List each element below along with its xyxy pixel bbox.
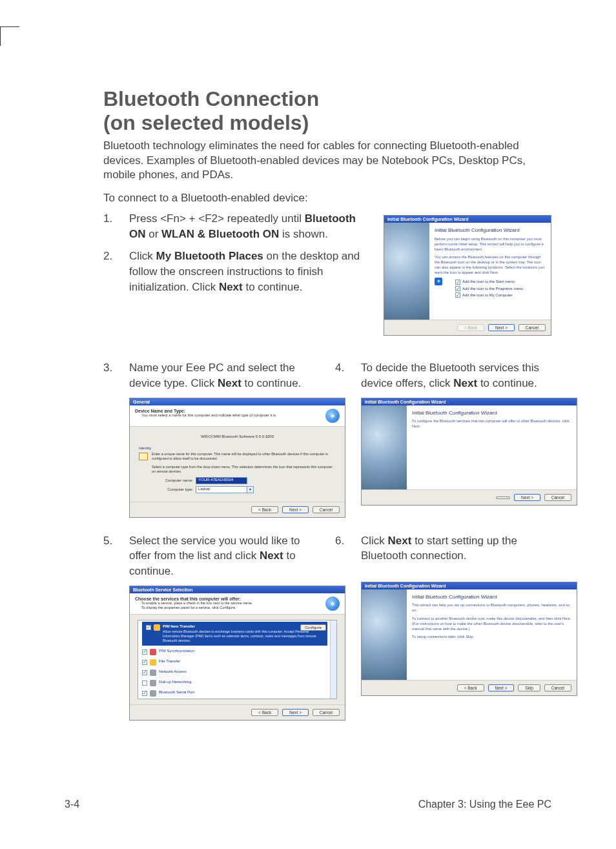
- step-5: 5. Select the service you would like to …: [103, 533, 320, 579]
- lead-text: To connect to a Bluetooth-enabled device…: [103, 192, 551, 205]
- dlg1-p1: Before you can begin using Bluetooth on …: [435, 236, 546, 252]
- service-pim-sync[interactable]: PIM Synchronization: [138, 647, 336, 657]
- dlg3-idtext1: Enter a unique name for this computer. T…: [152, 452, 336, 461]
- checkbox-icon[interactable]: [142, 691, 147, 696]
- dlg6-back-button[interactable]: < Back: [457, 684, 484, 691]
- dlg3-name-input[interactable]: YOUR-47E41N5504: [196, 477, 247, 484]
- step-3-text: Name your Eee PC and select the device t…: [129, 360, 320, 391]
- screenshot-wizard-4: Initial Bluetooth Configuration Wizard I…: [361, 398, 577, 506]
- dlg3-header: Device Name and Type:: [135, 409, 277, 413]
- service-icon: [150, 659, 156, 666]
- dlg4-buttons: Next > Cancel: [362, 489, 577, 505]
- chevron-down-icon[interactable]: ▾: [247, 486, 254, 493]
- step-1-num: 1.: [103, 211, 129, 242]
- page-number: 3-4: [65, 799, 79, 810]
- step-2-text: Click My Bluetooth Places on the desktop…: [129, 249, 368, 294]
- scrollbar[interactable]: [330, 620, 336, 699]
- dlg3-type-select[interactable]: Laptop: [196, 486, 247, 493]
- step-6-num: 6.: [335, 533, 361, 564]
- dlg3-next-button[interactable]: Next >: [282, 506, 309, 513]
- dlg5-back-button[interactable]: < Back: [251, 709, 278, 716]
- dlg6-p3: To setup connections later, click Skip.: [412, 634, 571, 639]
- dlg3-identity-label: Identity: [139, 446, 336, 450]
- dlg5-cancel-button[interactable]: Cancel: [313, 709, 340, 716]
- dlg1-titlebar: Initial Bluetooth Configuration Wizard: [384, 216, 551, 223]
- service-icon: [150, 680, 156, 686]
- service-serial-port[interactable]: Bluetooth Serial Port: [138, 688, 336, 699]
- dlg6-p2: To connect to another Bluetooth device n…: [412, 616, 571, 631]
- checkbox-icon[interactable]: [142, 680, 147, 686]
- screenshot-general: General Device Name and Type: You must s…: [129, 398, 345, 518]
- page-title: Bluetooth Connection (on selected models…: [103, 87, 551, 135]
- checkbox-icon[interactable]: [142, 670, 147, 675]
- dlg4-cancel-button[interactable]: Cancel: [544, 494, 571, 501]
- checkbox-icon[interactable]: [142, 650, 147, 655]
- service-icon: [150, 690, 156, 697]
- dlg1-check-mycomputer[interactable]: Add the icon to My Computer: [455, 292, 546, 298]
- dlg3-subheader: You must select a name for this computer…: [141, 413, 277, 417]
- service-icon: [150, 649, 156, 655]
- dlg1-check-programs[interactable]: Add the icon to the Programs menu: [455, 286, 546, 291]
- dlg6-buttons: < Back Next > Skip Cancel: [362, 680, 577, 695]
- dlg1-heading: Initial Bluetooth Configuration Wizard: [435, 227, 546, 234]
- dlg3-titlebar: General: [130, 398, 345, 405]
- service-file-transfer[interactable]: File Transfer: [138, 657, 336, 668]
- dlg6-cancel-button[interactable]: Cancel: [544, 684, 571, 691]
- step-3-num: 3.: [103, 360, 129, 391]
- dlg1-check-start[interactable]: Add the icon to the Start menu: [455, 279, 546, 284]
- chapter-label: Chapter 3: Using the Eee PC: [418, 799, 551, 810]
- dlg1-buttons: < Back Next > Cancel: [384, 320, 551, 335]
- dlg4-titlebar: Initial Bluetooth Configuration Wizard: [362, 398, 577, 405]
- service-network-access[interactable]: Network Access: [138, 668, 336, 678]
- dlg5-buttons: < Back Next > Cancel: [130, 704, 345, 720]
- checkbox-icon[interactable]: [146, 625, 151, 630]
- dlg5-header: Choose the services that this computer w…: [135, 597, 252, 601]
- page-footer: 3-4 Chapter 3: Using the Eee PC: [65, 799, 551, 810]
- dlg3-idtext2: Select a computer type from the drop-dow…: [152, 465, 336, 474]
- step-1-text: Press <Fn> + <F2> repeatedly until Bluet…: [129, 211, 368, 242]
- service-pim-item-transfer[interactable]: PIM Item Transfer Allow remote Bluetooth…: [142, 622, 327, 646]
- dlg6-p1: This wizard can help you set up connecti…: [412, 602, 571, 613]
- dlg3-name-label: Computer name:: [156, 478, 193, 482]
- intro-text: Bluetooth technology eliminates the need…: [103, 139, 551, 183]
- dlg6-titlebar: Initial Bluetooth Configuration Wizard: [362, 582, 577, 589]
- service-icon: [150, 670, 156, 676]
- dlg4-p1: To configure the Bluetooth services that…: [412, 418, 571, 429]
- dlg5-next-button[interactable]: Next >: [282, 709, 309, 716]
- title-line-2: (on selected models): [103, 111, 309, 134]
- step-4-num: 4.: [335, 360, 361, 391]
- checkbox-icon[interactable]: [142, 660, 147, 665]
- configure-button[interactable]: Configure: [300, 624, 326, 631]
- step-6-text: Click Next to start setting up the Bluet…: [361, 533, 551, 564]
- title-line-1: Bluetooth Connection: [103, 87, 319, 110]
- globe-icon: [362, 589, 407, 680]
- dlg3-back-button[interactable]: < Back: [251, 506, 278, 513]
- step-4: 4. To decide the Bluetooth services this…: [335, 360, 551, 391]
- dlg4-next-button[interactable]: Next >: [514, 494, 540, 501]
- bluetooth-icon: ∗: [435, 278, 442, 285]
- dlg6-next-button[interactable]: Next >: [488, 684, 515, 691]
- dlg3-type-label: Computer type:: [156, 487, 193, 491]
- step-5-num: 5.: [103, 533, 129, 579]
- dlg3-computer-type-field: Computer type: Laptop ▾: [156, 486, 336, 493]
- dlg1-cancel-button[interactable]: Cancel: [518, 324, 546, 331]
- service-dialup[interactable]: Dial-up Networking: [138, 678, 336, 688]
- dlg3-computer-name-field: Computer name: YOUR-47E41N5504: [156, 477, 336, 484]
- service-icon: [154, 624, 160, 631]
- step-4-text: To decide the Bluetooth services this de…: [361, 360, 551, 391]
- step-6: 6. Click Next to start setting up the Bl…: [335, 533, 551, 564]
- dlg3-version: WIDCOMM Bluetooth Software 5.5.0.3200: [139, 435, 336, 438]
- screenshot-wizard-6: Initial Bluetooth Configuration Wizard I…: [361, 582, 577, 696]
- dlg5-titlebar: Bluetooth Service Selection: [130, 586, 345, 593]
- dlg6-skip-button[interactable]: Skip: [518, 684, 540, 691]
- id-card-icon: [139, 453, 148, 460]
- globe-icon: [362, 405, 407, 489]
- step-1: 1. Press <Fn> + <F2> repeatedly until Bl…: [103, 211, 368, 242]
- dlg4-back-button

              data-bind=[interactable]: [496, 496, 510, 499]
- step-3: 3. Name your Eee PC and select the devic…: [103, 360, 320, 391]
- dlg5-subheader: To enable a service, place a check in th…: [141, 601, 252, 610]
- dlg1-next-button[interactable]: Next >: [488, 324, 515, 331]
- step-5-text: Select the service you would like to off…: [129, 533, 320, 579]
- dlg4-heading: Initial Bluetooth Configuration Wizard: [412, 409, 571, 416]
- globe-icon: [384, 223, 429, 320]
